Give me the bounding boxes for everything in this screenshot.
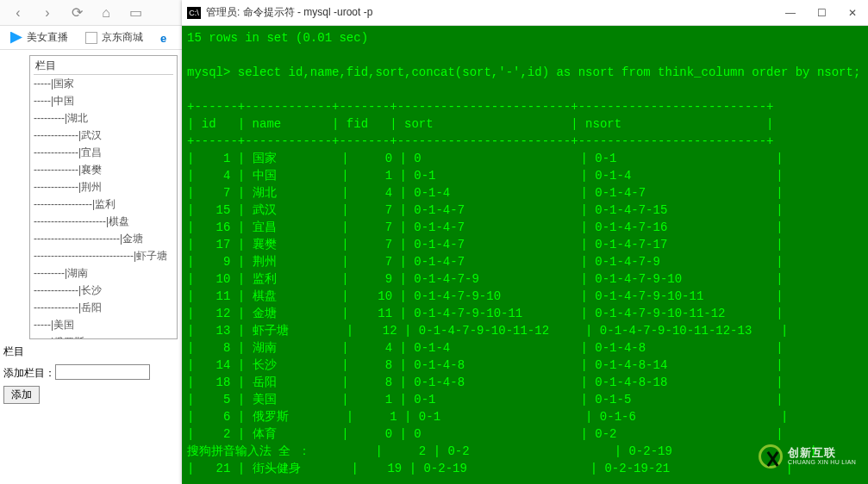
- form-label: 栏目: [3, 345, 24, 357]
- page-icon: [85, 32, 97, 44]
- tree-item[interactable]: -------------|长沙: [34, 282, 173, 299]
- tree-item[interactable]: -------------|岳阳: [34, 299, 173, 316]
- close-button[interactable]: ✕: [837, 0, 868, 26]
- terminal-output: 15 rows in set (0.01 sec) mysql> select …: [182, 26, 868, 484]
- terminal-title: 管理员: 命令提示符 - mysql -uroot -p: [206, 5, 372, 20]
- tree-item[interactable]: -----|美国: [34, 316, 173, 333]
- forward-button[interactable]: ›: [40, 5, 55, 21]
- tree-item[interactable]: -----|中国: [34, 92, 173, 109]
- home-button[interactable]: ⌂: [98, 5, 114, 21]
- add-label: 添加栏目：: [3, 367, 55, 379]
- tree-item[interactable]: ---------|湖北: [34, 109, 173, 127]
- bookmark-item[interactable]: 美女直播: [10, 30, 68, 45]
- tree-item[interactable]: -----|俄罗斯: [34, 333, 173, 339]
- refresh-button[interactable]: ⟳: [69, 5, 84, 21]
- back-button[interactable]: ‹: [10, 5, 26, 21]
- tree-item[interactable]: -------------|襄樊: [34, 161, 173, 178]
- tree-item[interactable]: -----|国家: [34, 75, 173, 92]
- tree-item[interactable]: -------------|荆州: [34, 178, 173, 195]
- bookmark-item[interactable]: 京东商城: [85, 30, 143, 45]
- tree-item[interactable]: -------------------------|金塘: [34, 230, 173, 247]
- add-button[interactable]: 添加: [3, 386, 40, 404]
- reader-button[interactable]: ▭: [128, 5, 143, 21]
- tree-item[interactable]: ---------|湖南: [34, 264, 173, 282]
- cmd-icon: C:\: [187, 7, 201, 19]
- bookmark-item[interactable]: e: [160, 32, 177, 44]
- tree-item[interactable]: ---------------------|棋盘: [34, 213, 173, 230]
- maximize-button[interactable]: ☐: [806, 0, 837, 26]
- tree-item[interactable]: -----------------|监利: [34, 195, 173, 213]
- bookmark-label: 京东商城: [102, 30, 143, 45]
- bookmark-label: 美女直播: [27, 30, 68, 45]
- minimize-button[interactable]: —: [775, 0, 806, 26]
- tree-title: 栏目: [34, 58, 173, 75]
- add-input[interactable]: [55, 364, 150, 380]
- play-icon: [10, 32, 22, 44]
- edge-icon: e: [160, 32, 172, 44]
- tree-item[interactable]: -------------|武汉: [34, 127, 173, 144]
- tree-item[interactable]: -------------|宜昌: [34, 144, 173, 161]
- watermark-logo: 创新互联 CHUANG XIN HU LIAN: [759, 444, 856, 468]
- tree-item[interactable]: -----------------------------|虾子塘: [34, 247, 173, 264]
